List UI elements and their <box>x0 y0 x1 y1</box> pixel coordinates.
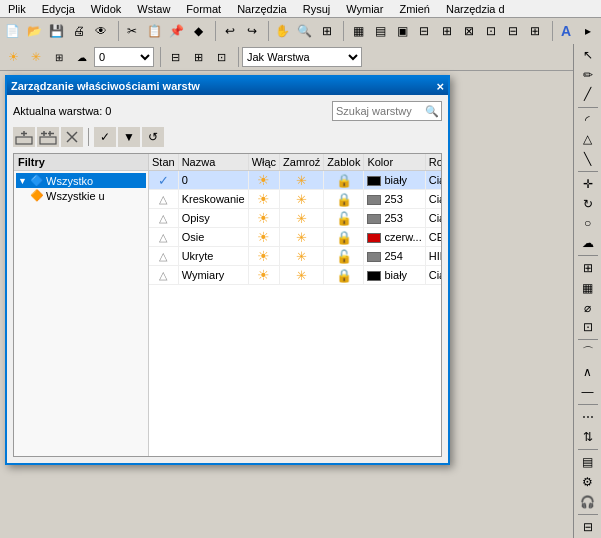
refresh-btn[interactable]: ↺ <box>142 127 164 147</box>
table-row[interactable]: △Kreskowanie☀✳🔒 253Cią <box>149 190 441 209</box>
frb-arr2[interactable]: ⇅ <box>577 428 599 447</box>
redo-btn[interactable]: ↪ <box>241 20 262 42</box>
cell-wlac[interactable]: ☀ <box>248 228 279 247</box>
menu-edycja[interactable]: Edycja <box>34 2 83 16</box>
view4[interactable]: ⊟ <box>414 20 435 42</box>
table-row[interactable]: △Osie☀✳🔒 czerw...CEN <box>149 228 441 247</box>
menu-narzedzia[interactable]: Narzędzia <box>229 2 295 16</box>
menu-narzedzia2[interactable]: Narzędzia d <box>438 2 513 16</box>
tree-item-all[interactable]: ▼ 🔷 Wszystko <box>16 173 146 188</box>
cell-zablok[interactable]: 🔒 <box>324 266 364 285</box>
cell-nazwa[interactable]: Ukryte <box>178 247 248 266</box>
cell-zablok[interactable]: 🔓 <box>324 209 364 228</box>
frb-arc[interactable]: ◜ <box>577 111 599 130</box>
cell-stan[interactable]: △ <box>149 228 178 247</box>
cell-wlac[interactable]: ☀ <box>248 209 279 228</box>
view8[interactable]: ⊟ <box>502 20 523 42</box>
frb-cloud[interactable]: ☁ <box>577 234 599 253</box>
paste-btn[interactable]: 📌 <box>166 20 187 42</box>
cell-stan[interactable]: △ <box>149 266 178 285</box>
view1[interactable]: ▦ <box>347 20 368 42</box>
menu-wstaw[interactable]: Wstaw <box>129 2 178 16</box>
zoom-btn[interactable]: 🔍 <box>294 20 315 42</box>
cell-nazwa[interactable]: 0 <box>178 171 248 190</box>
frb-circle[interactable]: ○ <box>577 214 599 233</box>
cell-stan[interactable]: ✓ <box>149 171 178 190</box>
layer-btn2[interactable]: ⊞ <box>187 46 209 68</box>
cell-nazwa[interactable]: Opisy <box>178 209 248 228</box>
linetype-combo[interactable]: Jak Warstwa <box>242 47 362 67</box>
frb-dots[interactable]: ⋯ <box>577 408 599 427</box>
frb-arrow[interactable]: ↖ <box>577 46 599 65</box>
frb-hatch[interactable]: ▦ <box>577 279 599 298</box>
menu-plik[interactable]: Plik <box>0 2 34 16</box>
frb-head[interactable]: 🎧 <box>577 492 599 511</box>
menu-format[interactable]: Format <box>178 2 229 16</box>
preview-btn[interactable]: 👁 <box>91 20 112 42</box>
cell-zamroz[interactable]: ✳ <box>280 209 324 228</box>
plot-btn[interactable]: 🖨 <box>68 20 89 42</box>
frb-trim[interactable]: ⌀ <box>577 298 599 317</box>
more-btn[interactable]: ▸ <box>578 20 599 42</box>
cell-zamroz[interactable]: ✳ <box>280 247 324 266</box>
cell-kolor[interactable]: czerw... <box>364 228 425 247</box>
view7[interactable]: ⊡ <box>480 20 501 42</box>
cell-zablok[interactable]: 🔒 <box>324 171 364 190</box>
cell-kolor[interactable]: 253 <box>364 209 425 228</box>
cell-rod[interactable]: HID <box>425 247 441 266</box>
set-current-btn[interactable]: ✓ <box>94 127 116 147</box>
layer-icon2[interactable]: ✳ <box>25 46 47 68</box>
table-row[interactable]: △Ukryte☀✳🔓 254HID <box>149 247 441 266</box>
frb-grid[interactable]: ⊞ <box>577 259 599 278</box>
layer-btn1[interactable]: ⊟ <box>164 46 186 68</box>
layer-icon3[interactable]: ⊞ <box>48 46 70 68</box>
cell-zablok[interactable]: 🔒 <box>324 228 364 247</box>
tree-item-all-u[interactable]: 🔶 Wszystkie u <box>16 188 146 203</box>
open-btn[interactable]: 📂 <box>24 20 45 42</box>
cell-stan[interactable]: △ <box>149 190 178 209</box>
cell-kolor[interactable]: 254 <box>364 247 425 266</box>
frb-edit[interactable]: ✏ <box>577 66 599 85</box>
view5[interactable]: ⊞ <box>436 20 457 42</box>
cell-rod[interactable]: Cią <box>425 266 441 285</box>
table-row[interactable]: △Wymiary☀✳🔒 białyCią <box>149 266 441 285</box>
cell-zamroz[interactable]: ✳ <box>280 228 324 247</box>
frb-chamfer[interactable]: ∧ <box>577 363 599 382</box>
frb-move[interactable]: ✛ <box>577 175 599 194</box>
cell-kolor[interactable]: 253 <box>364 190 425 209</box>
cell-nazwa[interactable]: Wymiary <box>178 266 248 285</box>
frb-rotate[interactable]: ↻ <box>577 195 599 214</box>
cell-wlac[interactable]: ☀ <box>248 171 279 190</box>
menu-widok[interactable]: Widok <box>83 2 130 16</box>
cell-rod[interactable]: CEN <box>425 228 441 247</box>
cell-zablok[interactable]: 🔓 <box>324 247 364 266</box>
layer-prev[interactable]: ☀ <box>2 46 24 68</box>
cell-zamroz[interactable]: ✳ <box>280 171 324 190</box>
cell-rod[interactable]: Cią <box>425 190 441 209</box>
frb-slash[interactable]: ╲ <box>577 150 599 169</box>
show-filters-btn[interactable]: ▼ <box>118 127 140 147</box>
copy-btn[interactable]: 📋 <box>144 20 165 42</box>
menu-zmien[interactable]: Zmień <box>391 2 438 16</box>
layer-number-combo[interactable]: 0 <box>94 47 154 67</box>
view3[interactable]: ▣ <box>392 20 413 42</box>
cell-zamroz[interactable]: ✳ <box>280 190 324 209</box>
cell-wlac[interactable]: ☀ <box>248 190 279 209</box>
text-btn[interactable]: A <box>556 20 577 42</box>
view9[interactable]: ⊞ <box>525 20 546 42</box>
frb-line[interactable]: ╱ <box>577 85 599 104</box>
cell-wlac[interactable]: ☀ <box>248 266 279 285</box>
cell-rod[interactable]: Cią <box>425 209 441 228</box>
search-icon[interactable]: 🔍 <box>423 105 441 118</box>
pan-btn[interactable]: ✋ <box>272 20 293 42</box>
cell-kolor[interactable]: biały <box>364 266 425 285</box>
frb-gear[interactable]: ⚙ <box>577 473 599 492</box>
frb-triangle[interactable]: △ <box>577 130 599 149</box>
cell-stan[interactable]: △ <box>149 209 178 228</box>
frb-extend[interactable]: ⊡ <box>577 318 599 337</box>
cell-zablok[interactable]: 🔒 <box>324 190 364 209</box>
delete-layer-btn[interactable] <box>61 127 83 147</box>
cell-nazwa[interactable]: Osie <box>178 228 248 247</box>
cell-stan[interactable]: △ <box>149 247 178 266</box>
frb-dash[interactable]: — <box>577 383 599 402</box>
